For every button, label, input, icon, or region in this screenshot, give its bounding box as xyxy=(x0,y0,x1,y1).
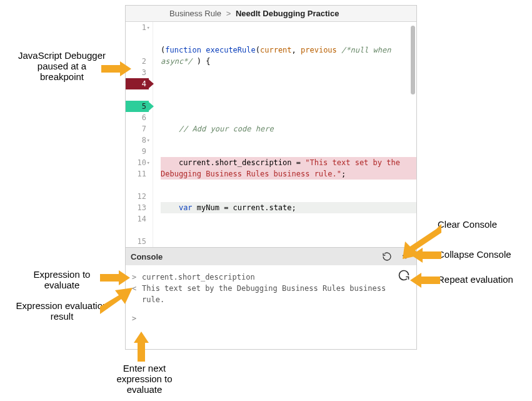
annotation-label: Collapse Console xyxy=(438,249,511,260)
annotation-label: Repeat evaluation xyxy=(438,274,513,285)
line-number[interactable]: 11 xyxy=(126,168,149,180)
breadcrumb-parent[interactable]: Business Rule xyxy=(169,9,221,18)
annotation-label: Clear Console xyxy=(438,219,497,230)
line-number[interactable]: 9 xyxy=(126,146,149,157)
code-row: var myNum = current.state; xyxy=(161,202,416,213)
breakpoint-marker[interactable]: 4 xyxy=(126,78,149,89)
line-number[interactable]: 10▾ xyxy=(126,157,149,168)
line-number[interactable]: 8▾ xyxy=(126,135,149,146)
console-body[interactable]: > current.short_description < This text … xyxy=(126,265,416,349)
console-in-chevron-icon: > xyxy=(132,272,137,283)
code-row: // Add your code here xyxy=(161,123,416,135)
clear-console-button[interactable] xyxy=(381,251,393,262)
console-expression: current.short_description xyxy=(142,272,410,283)
collapse-console-button[interactable] xyxy=(400,251,411,262)
console-input-line: > current.short_description xyxy=(132,272,410,283)
line-number[interactable]: 1▾ xyxy=(126,22,149,33)
console-prompt-line[interactable]: > xyxy=(132,313,410,324)
line-number[interactable] xyxy=(126,180,149,191)
breadcrumb: Business Rule > NeedIt Debugging Practic… xyxy=(126,6,416,22)
line-number[interactable] xyxy=(126,89,149,101)
line-number[interactable]: 2 xyxy=(126,56,149,67)
line-number[interactable]: 12 xyxy=(126,191,149,202)
code-lines[interactable]: (function executeRule(current, previous … xyxy=(153,22,416,247)
annotation-label: JavaScript Debugger paused at a breakpoi… xyxy=(15,50,109,82)
breadcrumb-current: NeedIt Debugging Practice xyxy=(236,9,339,18)
breadcrumb-separator: > xyxy=(226,9,231,18)
console-result: This text set by the Debugging Business … xyxy=(142,283,410,305)
console-output-line: < This text set by the Debugging Busines… xyxy=(132,283,410,305)
annotation-label: Enter next expression to evaluate xyxy=(104,363,185,395)
code-editor[interactable]: 1▾ 2 3 4 5 6 7 8▾ 9 10▾ 11 12 13 14 15 1… xyxy=(126,22,416,247)
debugger-panel: Business Rule > NeedIt Debugging Practic… xyxy=(125,5,417,350)
line-number[interactable]: 6 xyxy=(126,112,149,123)
repeat-evaluation-button[interactable] xyxy=(398,269,410,285)
line-number[interactable] xyxy=(126,33,149,56)
console-next-input[interactable] xyxy=(142,313,410,324)
line-number[interactable]: 13 xyxy=(126,202,149,213)
console-header: Console xyxy=(126,247,416,265)
line-number[interactable]: 15 xyxy=(126,236,149,247)
console-in-chevron-icon: > xyxy=(132,313,137,324)
line-number[interactable]: 3 xyxy=(126,67,149,78)
annotation-label: Expression evaluation result xyxy=(15,300,109,322)
line-number[interactable]: 14 xyxy=(126,213,149,225)
annotation-label: Expression to evaluate xyxy=(15,269,109,290)
line-number[interactable] xyxy=(126,225,149,236)
console-out-chevron-icon: < xyxy=(132,283,137,305)
line-number[interactable]: 7 xyxy=(126,123,149,135)
code-row: current.short_description = "This text s… xyxy=(161,157,416,180)
code-row xyxy=(161,89,416,101)
scrollbar[interactable] xyxy=(411,26,415,94)
code-row xyxy=(161,236,416,247)
console-title: Console xyxy=(131,252,163,261)
line-gutter: 1▾ 2 3 4 5 6 7 8▾ 9 10▾ 11 12 13 14 15 1… xyxy=(126,22,153,247)
code-row: (function executeRule(current, previous … xyxy=(161,44,416,67)
current-line-marker[interactable]: 5 xyxy=(126,101,149,112)
